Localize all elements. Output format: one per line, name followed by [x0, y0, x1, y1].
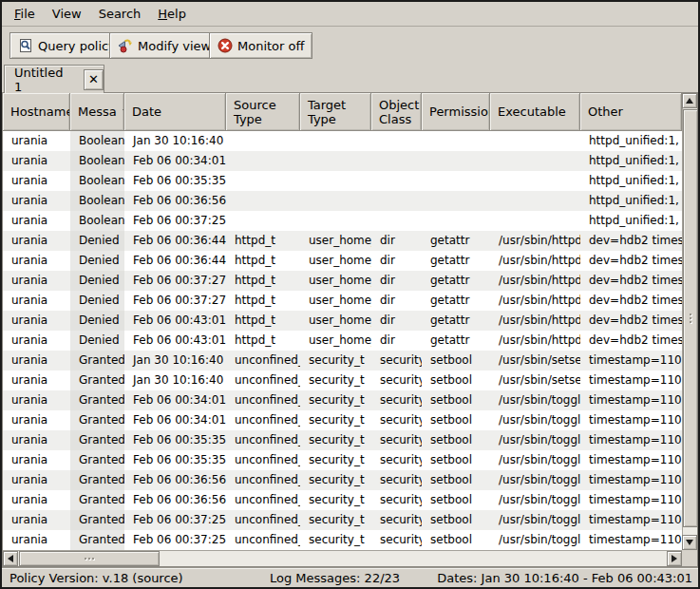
table-row[interactable]: uraniaGrantedFeb 06 00:37:25unconfined_s…	[3, 530, 682, 550]
cell-other: timestamp=11071	[580, 351, 682, 370]
menu-file[interactable]: File	[6, 3, 44, 25]
table-row[interactable]: uraniaBooleanFeb 06 00:37:25httpd_unifie…	[3, 211, 682, 231]
column-header-label: Hostname	[10, 104, 70, 119]
query-policy-button[interactable]: Query policy	[9, 32, 124, 59]
vertical-scrollbar-thumb[interactable]	[683, 109, 698, 527]
cell-source-type	[226, 191, 300, 211]
table-row[interactable]: uraniaDeniedFeb 06 00:37:27httpd_tuser_h…	[3, 291, 682, 311]
cell-object-class	[371, 171, 422, 191]
cell-executable: /usr/sbin/toggle	[490, 390, 580, 410]
cell-permission: setbool	[422, 351, 490, 370]
column-header-label: Source Type	[234, 98, 276, 126]
table-header: HostnameMessaDateSource TypeTarget TypeO…	[3, 93, 682, 131]
cell-other: dev=hdb2 timesta	[580, 271, 682, 291]
cell-executable: /usr/sbin/httpd	[490, 231, 580, 251]
table-row[interactable]: uraniaGrantedJan 30 10:16:40unconfined_s…	[3, 370, 682, 390]
cell-object-class: security	[371, 430, 422, 450]
cell-target-type: user_home_	[300, 251, 371, 271]
table-row[interactable]: uraniaGrantedFeb 06 00:36:56unconfined_s…	[3, 490, 682, 510]
menu-search[interactable]: Search	[90, 3, 150, 25]
table-row[interactable]: uraniaDeniedFeb 06 00:43:01httpd_tuser_h…	[3, 311, 682, 331]
cell-other: dev=hdb2 timesta	[580, 311, 682, 331]
cell-message: Granted	[70, 470, 124, 490]
column-header-target-type[interactable]: Target Type	[300, 93, 371, 131]
scroll-down-button[interactable]	[682, 535, 697, 550]
column-header-object-class[interactable]: Object Class	[371, 93, 422, 131]
cell-permission: setbool	[422, 410, 490, 430]
table-row[interactable]: uraniaGrantedFeb 06 00:37:25unconfined_s…	[3, 510, 682, 530]
column-header-date[interactable]: Date	[124, 93, 226, 131]
cell-date: Feb 06 00:37:25	[124, 211, 226, 231]
cell-permission: setbool	[422, 450, 490, 470]
cell-other: dev=hdb2 timesta	[580, 251, 682, 271]
cell-target-type: user_home_	[300, 231, 371, 251]
monitor-off-button[interactable]: Monitor off	[209, 32, 312, 59]
cell-message: Boolean	[70, 171, 124, 191]
table-row[interactable]: uraniaDeniedFeb 06 00:36:44httpd_tuser_h…	[3, 251, 682, 271]
cell-message: Granted	[70, 490, 124, 510]
table-row[interactable]: uraniaDeniedFeb 06 00:36:44httpd_tuser_h…	[3, 231, 682, 251]
table-row[interactable]: uraniaGrantedFeb 06 00:35:35unconfined_s…	[3, 450, 682, 470]
tab-label: Untitled 1	[14, 66, 72, 94]
cell-permission: setbool	[422, 430, 490, 450]
cell-target-type	[300, 151, 371, 171]
table-row[interactable]: uraniaBooleanJan 30 10:16:40httpd_unifie…	[3, 131, 682, 151]
horizontal-scrollbar[interactable]	[3, 550, 682, 566]
cell-source-type: unconfined_	[226, 370, 300, 390]
table-row[interactable]: uraniaBooleanFeb 06 00:36:56httpd_unifie…	[3, 191, 682, 211]
cell-target-type: security_t	[300, 510, 371, 530]
column-header-hostname[interactable]: Hostname	[3, 93, 70, 131]
vertical-scrollbar[interactable]	[682, 93, 697, 550]
table-row[interactable]: uraniaGrantedFeb 06 00:35:35unconfined_s…	[3, 430, 682, 450]
scroll-right-button[interactable]	[667, 551, 682, 566]
tab-close-button[interactable]: ✕	[84, 69, 104, 90]
cell-hostname: urania	[3, 191, 70, 211]
cell-object-class: security	[371, 370, 422, 390]
tab-untitled-1[interactable]: Untitled 1 ✕	[4, 65, 104, 93]
cell-permission	[422, 171, 490, 191]
table-row[interactable]: uraniaDeniedFeb 06 00:43:01httpd_tuser_h…	[3, 331, 682, 351]
cell-hostname: urania	[3, 131, 70, 151]
column-header-message[interactable]: Messa	[70, 93, 124, 131]
menu-help[interactable]: Help	[149, 3, 195, 25]
cell-other: timestamp=11076	[580, 510, 682, 530]
cell-other: httpd_unified:1, h	[580, 171, 682, 191]
scroll-up-button[interactable]	[682, 93, 697, 108]
cell-message: Granted	[70, 390, 124, 410]
column-header-other[interactable]: Other	[580, 93, 682, 131]
cell-target-type: security_t	[300, 390, 371, 410]
cell-date: Feb 06 00:37:27	[124, 271, 226, 291]
column-header-executable[interactable]: Executable	[490, 93, 580, 131]
table-row[interactable]: uraniaDeniedFeb 06 00:37:27httpd_tuser_h…	[3, 271, 682, 291]
log-messages-status: Log Messages: 22/23	[270, 570, 400, 586]
cell-executable: /usr/sbin/setseb	[490, 351, 580, 370]
cell-date: Feb 06 00:36:56	[124, 490, 226, 510]
cell-hostname: urania	[3, 470, 70, 490]
column-header-source-type[interactable]: Source Type	[226, 93, 300, 131]
table-row[interactable]: uraniaGrantedFeb 06 00:36:56unconfined_s…	[3, 470, 682, 490]
grip-icon	[690, 314, 691, 315]
toolbar: Query policy Modify view Monitor off	[2, 27, 698, 63]
scrollbar-corner	[682, 550, 697, 566]
table-row[interactable]: uraniaBooleanFeb 06 00:34:01httpd_unifie…	[3, 151, 682, 171]
tab-bar: Untitled 1 ✕	[2, 63, 698, 92]
table-row[interactable]: uraniaGrantedFeb 06 00:34:01unconfined_s…	[3, 390, 682, 410]
cell-hostname: urania	[3, 510, 70, 530]
scroll-left-button[interactable]	[3, 551, 18, 566]
horizontal-scrollbar-thumb[interactable]	[19, 551, 160, 566]
refresh-arrows-ball-icon	[118, 38, 133, 53]
cell-message: Boolean	[70, 191, 124, 211]
table-row[interactable]: uraniaGrantedFeb 06 00:34:01unconfined_s…	[3, 410, 682, 430]
cell-object-class: dir	[371, 271, 422, 291]
modify-view-button[interactable]: Modify view	[109, 32, 219, 59]
arrow-up-icon	[686, 98, 693, 104]
column-header-label: Date	[132, 104, 161, 119]
cell-object-class: security	[371, 510, 422, 530]
table-row[interactable]: uraniaBooleanFeb 06 00:35:35httpd_unifie…	[3, 171, 682, 191]
cell-permission: setbool	[422, 470, 490, 490]
cell-other: httpd_unified:1, h	[580, 131, 682, 151]
menu-view[interactable]: View	[44, 3, 90, 25]
table-row[interactable]: uraniaGrantedJan 30 10:16:40unconfined_s…	[3, 351, 682, 370]
cell-target-type	[300, 131, 371, 151]
column-header-permission[interactable]: Permission	[422, 93, 490, 131]
